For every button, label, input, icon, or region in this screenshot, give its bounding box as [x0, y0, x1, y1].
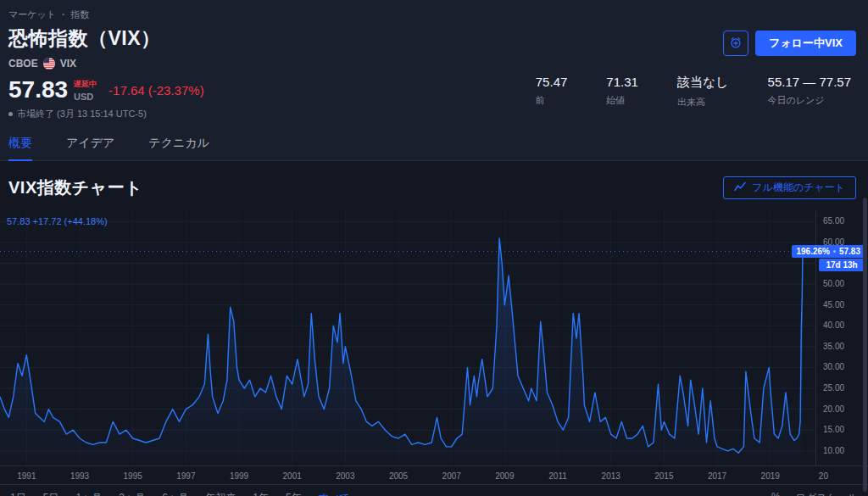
time-scale-label: 2003: [332, 471, 358, 481]
range-5d[interactable]: 5日: [43, 491, 59, 496]
time-scale[interactable]: 1991199319951997199920012003200520072009…: [0, 465, 868, 484]
last-price: 57.83: [8, 78, 68, 102]
chart-toolbar: 1日 5日 1ヶ月 3ヶ月 6ヶ月 年初来 1年 5年 すべて % ログスケール: [0, 484, 868, 496]
stat-open: 71.31 始値: [606, 75, 638, 109]
time-scale-label: 2015: [651, 471, 676, 481]
range-1m[interactable]: 1ヶ月: [75, 491, 102, 496]
follow-button[interactable]: フォロー中VIX: [755, 31, 856, 56]
stat-day-range: 55.17 — 77.57 今日のレンジ: [768, 75, 851, 109]
price-scale-label: 35.00: [823, 342, 844, 351]
price-scale-label: 30.00: [823, 362, 844, 371]
time-scale-label: 2017: [704, 471, 730, 481]
range-ytd[interactable]: 年初来: [205, 491, 236, 496]
range-selector: 1日 5日 1ヶ月 3ヶ月 6ヶ月 年初来 1年 5年 すべて: [10, 491, 350, 496]
time-scale-label: 2001: [280, 471, 305, 481]
market-status-text: 市場終了 (3月 13 15:14 UTC-5): [17, 108, 147, 120]
time-scale-label: 1995: [120, 471, 146, 481]
time-scale-label: 20: [810, 471, 836, 481]
time-scale-label: 2009: [492, 471, 517, 481]
scrollbar-thumb[interactable]: [863, 198, 867, 492]
percent-scale-toggle[interactable]: %: [771, 491, 781, 496]
price-change: -17.64 (-23.37%): [108, 83, 204, 98]
tab-technicals[interactable]: テクニカル: [148, 128, 209, 160]
range-5y[interactable]: 5年: [286, 491, 302, 496]
ticker-label: VIX: [60, 58, 76, 70]
exchange-label: CBOE: [8, 58, 38, 70]
price-scale-label: 40.00: [823, 320, 844, 330]
countdown-badge: 17d 13h: [819, 259, 865, 271]
full-chart-button[interactable]: フル機能のチャート: [723, 176, 856, 199]
vix-symbol-page: { "breadcrumb": { "market": "マーケット", "se…: [0, 0, 868, 496]
tab-bar: 概要 アイデア テクニカル: [0, 128, 868, 161]
time-scale-label: 1993: [67, 471, 92, 481]
add-alert-button[interactable]: [723, 31, 748, 56]
vix-line-series: [0, 211, 815, 465]
symbol-header: マーケット ・ 指数 恐怖指数（VIX） フォロー中VIX CBOE: [0, 0, 868, 161]
breadcrumb: マーケット ・ 指数: [0, 7, 868, 23]
stat-volume: 該当なし 出来高: [677, 75, 729, 109]
time-scale-label: 2019: [758, 471, 783, 481]
chart-legend: 57.83 +17.72 (+44.18%): [7, 216, 108, 226]
time-scale-label: 2005: [386, 471, 411, 481]
time-scale-label: 2011: [545, 471, 570, 481]
tab-ideas[interactable]: アイデア: [66, 128, 114, 160]
us-flag-icon: [43, 58, 55, 70]
price-scale-label: 20.00: [823, 404, 844, 414]
time-scale-label: 1999: [226, 471, 252, 481]
price-scale-label: 65.00: [823, 216, 844, 226]
chart-section: VIX指数チャート フル機能のチャート 57.83 +17.72 (+44.18…: [0, 161, 868, 496]
market-status-dot: [8, 112, 13, 116]
breadcrumb-separator: ・: [58, 9, 68, 20]
range-1y[interactable]: 1年: [253, 491, 269, 496]
tab-overview[interactable]: 概要: [8, 128, 32, 161]
price-scale-label: 15.00: [823, 425, 844, 434]
current-price-badge: 196.26% 57.83: [792, 245, 865, 258]
alarm-clock-add-icon: [729, 36, 743, 52]
time-scale-label: 1991: [14, 471, 39, 481]
range-3m[interactable]: 3ヶ月: [119, 491, 145, 496]
currency-label: USD: [74, 92, 97, 102]
range-1d[interactable]: 1日: [10, 491, 26, 496]
stat-prev-close: 75.47 前: [536, 75, 568, 109]
price-scale-label: 50.00: [823, 279, 844, 288]
line-chart-icon: [734, 181, 746, 194]
key-stats: 75.47 前 71.31 始値 該当なし 出来高 55.17 — 77.57 …: [536, 75, 851, 109]
time-scale-label: 2007: [439, 471, 465, 481]
breadcrumb-indices[interactable]: 指数: [70, 9, 89, 20]
chart-section-title: VIX指数チャート: [8, 176, 142, 199]
breadcrumb-markets[interactable]: マーケット: [8, 9, 56, 20]
log-scale-toggle[interactable]: ログスケール: [796, 491, 858, 496]
chart-pane[interactable]: 57.83 +17.72 (+44.18%): [0, 211, 815, 465]
time-scale-label: 2013: [598, 471, 624, 481]
delayed-badge: 遅延中: [74, 79, 97, 90]
badge-dot: [833, 250, 836, 253]
range-all[interactable]: すべて: [319, 491, 350, 496]
price-scale-label: 10.00: [823, 446, 844, 455]
price-scale-label: 45.00: [823, 300, 844, 309]
range-6m[interactable]: 6ヶ月: [162, 491, 188, 496]
price-chart[interactable]: 57.83 +17.72 (+44.18%) 10.0015.0020.0025…: [0, 211, 868, 465]
price-scale-label: 25.00: [823, 383, 844, 393]
time-scale-label: 1997: [173, 471, 198, 481]
